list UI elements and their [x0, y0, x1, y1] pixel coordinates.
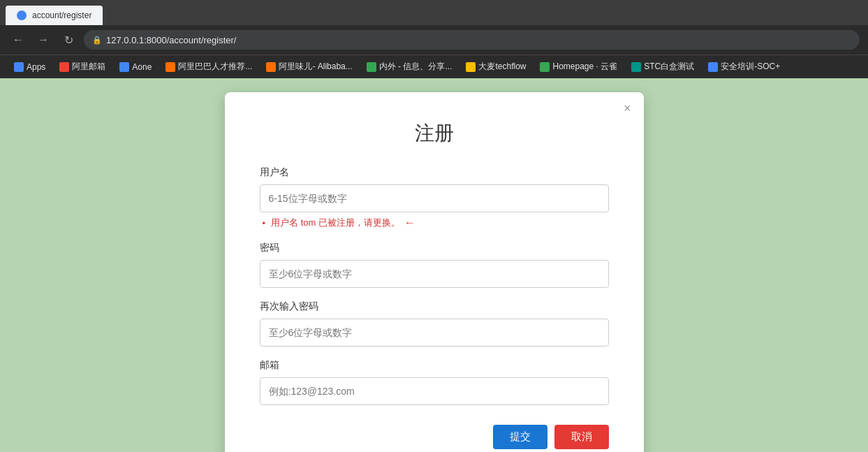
username-group: 用户名 • 用户名 tom 已被注册，请更换。 ←: [260, 166, 609, 229]
address-bar[interactable]: 🔒 127.0.0.1:8000/account/register/: [84, 30, 860, 50]
username-label: 用户名: [260, 166, 609, 179]
tab-bar: account/register: [0, 0, 868, 25]
form-actions: 提交 取消: [260, 425, 609, 449]
address-text: 127.0.0.1:8000/account/register/: [106, 35, 236, 45]
bookmark-neiwei[interactable]: 内外 - 信息、分享...: [361, 59, 458, 74]
browser-chrome: account/register ← → ↻ 🔒 127.0.0.1:8000/…: [0, 0, 868, 78]
bookmark-apps-label: Apps: [27, 62, 45, 72]
bookmark-homepage-label: Homepage · 云雀: [552, 61, 617, 73]
bookmark-aliwei[interactable]: 阿里味儿- Alibaba...: [260, 59, 358, 74]
bookmark-apps-favicon: [14, 62, 24, 72]
bookmark-aliwei-favicon: [266, 62, 276, 72]
username-error: • 用户名 tom 已被注册，请更换。 ←: [260, 217, 609, 229]
email-group: 邮箱: [260, 359, 609, 405]
bookmark-talent-favicon: [165, 62, 175, 72]
bookmark-damai[interactable]: 大麦techflow: [460, 59, 531, 74]
bookmark-stc-favicon: [631, 62, 641, 72]
submit-button[interactable]: 提交: [493, 425, 547, 449]
active-tab[interactable]: account/register: [6, 6, 103, 25]
bookmarks-bar: Apps 阿里邮箱 Aone 阿里巴巴人才推荐... 阿里味儿- Alibaba…: [0, 54, 868, 78]
bookmark-damai-label: 大麦techflow: [478, 61, 526, 73]
bookmark-security-favicon: [708, 62, 718, 72]
cancel-button[interactable]: 取消: [554, 425, 609, 449]
confirm-password-input[interactable]: [260, 319, 609, 347]
modal-close-button[interactable]: ×: [624, 102, 631, 115]
bookmark-apps[interactable]: Apps: [8, 61, 51, 73]
back-button[interactable]: ←: [8, 30, 28, 50]
bookmark-damai-favicon: [466, 62, 476, 72]
bookmark-stc[interactable]: STC白盒测试: [626, 59, 700, 74]
modal-title: 注册: [260, 120, 609, 147]
bookmark-neiwei-label: 内外 - 信息、分享...: [379, 61, 453, 73]
forward-button[interactable]: →: [34, 30, 53, 50]
bookmark-security[interactable]: 安全培训-SOC+: [703, 59, 786, 74]
bookmark-neiwei-favicon: [367, 62, 376, 72]
tab-favicon: [17, 10, 27, 20]
bookmark-talent[interactable]: 阿里巴巴人才推荐...: [160, 59, 258, 74]
confirm-password-group: 再次输入密码: [260, 300, 609, 347]
bookmark-homepage[interactable]: Homepage · 云雀: [534, 59, 623, 74]
lock-icon: 🔒: [92, 36, 102, 45]
email-input[interactable]: [260, 377, 609, 405]
email-label: 邮箱: [260, 359, 609, 372]
bookmark-aone[interactable]: Aone: [114, 61, 157, 73]
password-input[interactable]: [260, 260, 609, 288]
username-input[interactable]: [260, 184, 609, 212]
register-modal: × 注册 用户名 • 用户名 tom 已被注册，请更换。 ← 密码 再次输入密码…: [225, 92, 644, 452]
bookmark-aone-favicon: [119, 62, 129, 72]
username-error-text: 用户名 tom 已被注册，请更换。: [271, 217, 400, 229]
confirm-password-label: 再次输入密码: [260, 300, 609, 313]
bookmark-alimail-label: 阿里邮箱: [72, 61, 105, 73]
page-content: × 注册 用户名 • 用户名 tom 已被注册，请更换。 ← 密码 再次输入密码…: [0, 78, 868, 452]
error-arrow-icon: ←: [404, 217, 415, 229]
bookmark-alimail[interactable]: 阿里邮箱: [54, 59, 111, 74]
refresh-button[interactable]: ↻: [59, 30, 78, 50]
bookmark-aone-label: Aone: [132, 62, 152, 72]
password-label: 密码: [260, 242, 609, 254]
bookmark-security-label: 安全培训-SOC+: [721, 61, 780, 73]
bookmark-stc-label: STC白盒测试: [644, 61, 694, 73]
bookmark-talent-label: 阿里巴巴人才推荐...: [178, 61, 252, 73]
bookmark-alimail-favicon: [59, 62, 69, 72]
error-bullet: •: [263, 218, 266, 228]
bookmark-homepage-favicon: [540, 62, 550, 72]
password-group: 密码: [260, 242, 609, 288]
bookmark-aliwei-label: 阿里味儿- Alibaba...: [279, 61, 352, 73]
tab-title: account/register: [32, 10, 91, 20]
toolbar: ← → ↻ 🔒 127.0.0.1:8000/account/register/: [0, 25, 868, 54]
